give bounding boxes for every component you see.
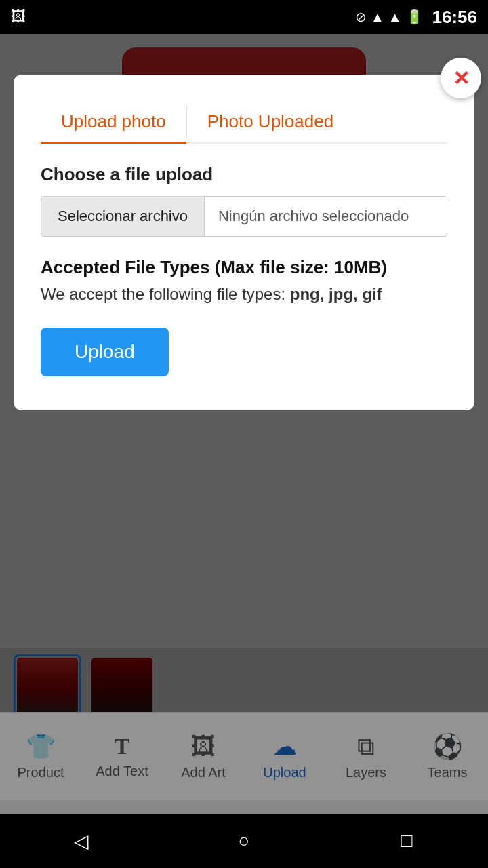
- tab-upload-photo[interactable]: Upload photo: [41, 102, 186, 144]
- accepted-types: png, jpg, gif: [290, 285, 382, 303]
- back-button[interactable]: ◁: [64, 824, 98, 858]
- file-input-row: Seleccionar archivo Ningún archivo selec…: [41, 196, 447, 237]
- no-sim-icon: ⊘: [355, 9, 367, 25]
- android-nav: ◁ ○ □: [0, 814, 488, 868]
- upload-modal: ✕ Upload photo Photo Uploaded Choose a f…: [14, 75, 474, 410]
- section-title: Choose a file upload: [41, 164, 447, 185]
- select-file-button[interactable]: Seleccionar archivo: [41, 197, 205, 236]
- accepted-title: Accepted File Types (Max file size: 10MB…: [41, 257, 447, 278]
- gallery-icon: 🖼: [11, 8, 26, 26]
- recents-button[interactable]: □: [390, 824, 424, 858]
- home-button[interactable]: ○: [227, 824, 261, 858]
- status-time: 16:56: [432, 7, 478, 28]
- close-icon: ✕: [453, 66, 470, 90]
- signal-icon: ▲: [388, 9, 402, 25]
- status-bar: 🖼 ⊘ ▲ ▲ 🔋 16:56: [0, 0, 488, 34]
- tab-photo-uploaded[interactable]: Photo Uploaded: [187, 102, 354, 144]
- wifi-icon: ▲: [371, 9, 384, 25]
- modal-tabs: Upload photo Photo Uploaded: [41, 102, 447, 144]
- battery-icon: 🔋: [406, 9, 423, 25]
- accepted-desc-prefix: We accept the following file types:: [41, 285, 290, 303]
- main-content: 👕 Product T Add Text 🖼 Add Art ☁ Upload …: [0, 34, 488, 800]
- upload-button[interactable]: Upload: [41, 328, 169, 376]
- accepted-desc: We accept the following file types: png,…: [41, 285, 447, 304]
- modal-overlay: ✕ Upload photo Photo Uploaded Choose a f…: [0, 34, 488, 800]
- close-button[interactable]: ✕: [441, 58, 481, 98]
- file-name-display: Ningún archivo seleccionado: [205, 197, 447, 236]
